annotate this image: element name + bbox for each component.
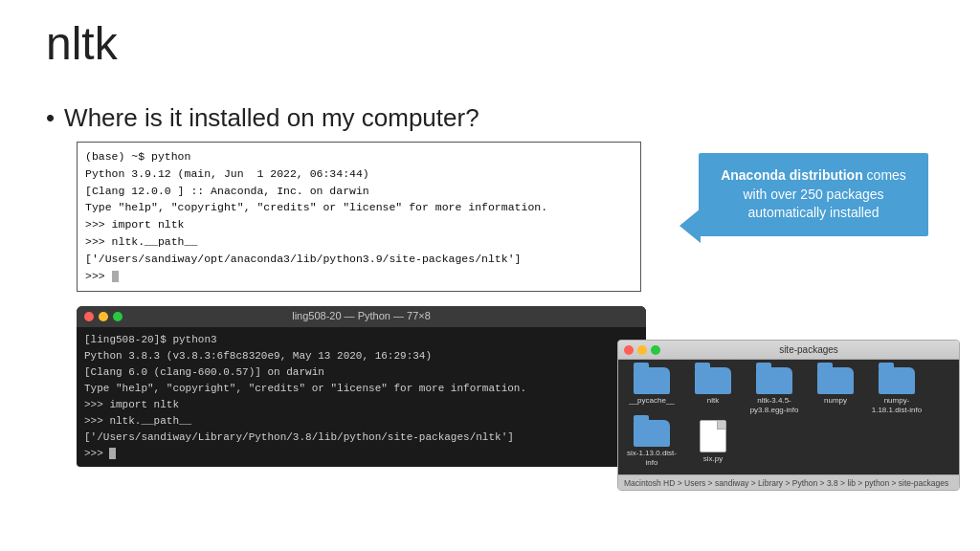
finder-item-nltk: nltk bbox=[685, 367, 741, 414]
finder-item-six-py: six.py bbox=[685, 420, 741, 467]
folder-icon-nltk-egg bbox=[756, 367, 792, 394]
terminal-dark-body: [ling508-20]$ python3 Python 3.8.3 (v3.8… bbox=[77, 327, 646, 467]
finder-label-six-py: six.py bbox=[703, 454, 723, 464]
tw-line-7: ['/Users/sandiway/opt/anaconda3/lib/pyth… bbox=[85, 251, 633, 268]
finder-window: site-packages __pycache__ nltk nltk-3.4.… bbox=[617, 340, 960, 491]
traffic-light-yellow bbox=[99, 312, 108, 321]
td-line-6: >>> nltk.__path__ bbox=[84, 413, 638, 430]
finder-item-numpy: numpy bbox=[808, 367, 863, 414]
folder-icon-numpy bbox=[817, 367, 854, 394]
tw-line-1: (base) ~$ python bbox=[85, 148, 633, 165]
terminal-dark-title: ling508-20 — Python — 77×8 bbox=[292, 308, 431, 324]
folder-icon-nltk bbox=[695, 367, 731, 394]
tw-line-2: Python 3.9.12 (main, Jun 1 2022, 06:34:4… bbox=[85, 165, 633, 183]
finder-item-six-dist: six-1.13.0.dist-info bbox=[624, 420, 679, 467]
terminal-dark-titlebar: ling508-20 — Python — 77×8 bbox=[77, 306, 646, 327]
td-line-1: [ling508-20]$ python3 bbox=[84, 332, 638, 348]
bullet-dot: • bbox=[46, 103, 55, 133]
finder-label-six-dist: six-1.13.0.dist-info bbox=[624, 449, 679, 467]
finder-label-nltk-egg: nltk-3.4.5-py3.8.egg-info bbox=[746, 396, 802, 414]
td-line-2: Python 3.8.3 (v3.8.3:6f8c8320e9, May 13 … bbox=[84, 348, 638, 364]
folder-icon-six-dist bbox=[634, 420, 670, 447]
finder-label-numpy: numpy bbox=[824, 396, 847, 406]
traffic-light-red bbox=[84, 312, 94, 321]
tw-line-3: [Clang 12.0.0 ] :: Anaconda, Inc. on dar… bbox=[85, 183, 633, 200]
terminal-white: (base) ~$ python Python 3.9.12 (main, Ju… bbox=[77, 142, 641, 292]
td-line-5: >>> import nltk bbox=[84, 397, 638, 413]
bullet-label: Where is it installed on my computer? bbox=[64, 103, 479, 133]
finder-label-nltk: nltk bbox=[707, 396, 719, 406]
finder-item-nltk-egg: nltk-3.4.5-py3.8.egg-info bbox=[746, 367, 802, 414]
terminal-dark: ling508-20 — Python — 77×8 [ling508-20]$… bbox=[77, 306, 646, 467]
finder-label-numpy-dist: numpy-1.18.1.dist-info bbox=[869, 396, 924, 414]
callout-bold: Anaconda distribution bbox=[721, 167, 863, 183]
traffic-light-green bbox=[113, 312, 122, 321]
file-icon-six-py bbox=[700, 420, 726, 452]
finder-tl-green bbox=[651, 345, 660, 355]
callout-box: Anaconda distribution comes with over 25… bbox=[699, 153, 928, 236]
finder-title-label: site-packages bbox=[664, 344, 953, 355]
tw-line-6: >>> nltk.__path__ bbox=[85, 233, 633, 251]
finder-label-pycache: __pycache__ bbox=[629, 396, 675, 406]
bullet-text: • Where is it installed on my computer? bbox=[46, 103, 479, 133]
finder-item-numpy-dist: numpy-1.18.1.dist-info bbox=[869, 367, 924, 414]
tw-line-8: >>> bbox=[85, 268, 633, 285]
callout-arrow bbox=[679, 209, 701, 243]
td-line-8: >>> bbox=[84, 446, 638, 462]
finder-tl-yellow bbox=[637, 345, 647, 355]
finder-path-bar: Macintosh HD > Users > sandiway > Librar… bbox=[618, 474, 959, 490]
folder-icon-pycache bbox=[634, 367, 670, 394]
page-title: nltk bbox=[46, 17, 118, 70]
td-line-7: ['/Users/sandiway/Library/Python/3.8/lib… bbox=[84, 430, 638, 446]
finder-titlebar: site-packages bbox=[618, 341, 959, 360]
finder-body: __pycache__ nltk nltk-3.4.5-py3.8.egg-in… bbox=[618, 360, 959, 474]
finder-item-pycache: __pycache__ bbox=[624, 367, 679, 414]
tw-line-5: >>> import nltk bbox=[85, 216, 633, 233]
tw-line-4: Type "help", "copyright", "credits" or "… bbox=[85, 199, 633, 216]
finder-tl-red bbox=[624, 345, 634, 355]
td-line-3: [Clang 6.0 (clang-600.0.57)] on darwin bbox=[84, 364, 638, 381]
finder-path-text: Macintosh HD > Users > sandiway > Librar… bbox=[624, 478, 948, 488]
folder-icon-numpy-dist bbox=[879, 367, 915, 394]
bullet-section: • Where is it installed on my computer? bbox=[46, 103, 479, 133]
td-line-4: Type "help", "copyright", "credits" or "… bbox=[84, 381, 638, 397]
